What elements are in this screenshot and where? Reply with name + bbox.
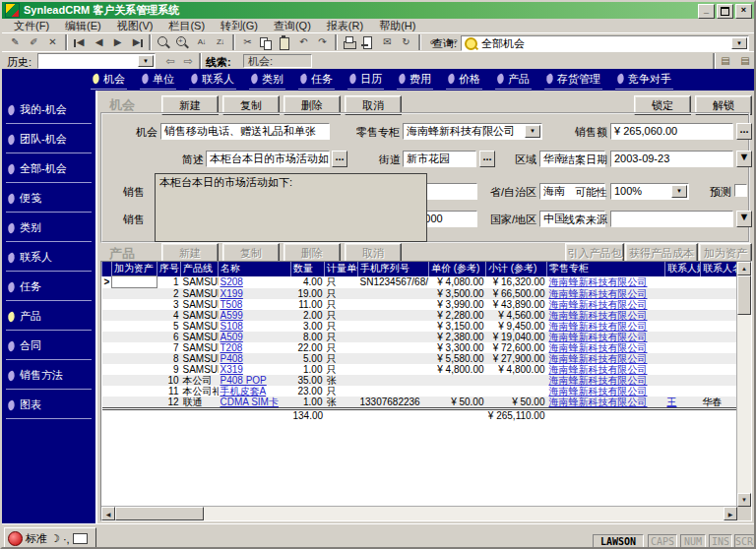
- sidebar-item-task[interactable]: 任务: [6, 274, 92, 301]
- table-row[interactable]: 9 SAMSUNG X319 1.00 只 ¥ 4,800.00 ¥ 4,800…: [102, 364, 738, 375]
- sidebar-item-my-opportunity[interactable]: 我的-机会: [6, 96, 92, 124]
- lead-source-dropdown-button[interactable]: ▼: [736, 211, 752, 227]
- sidebar-item-chart[interactable]: 图表: [6, 392, 92, 419]
- column-header[interactable]: 联系人名: [701, 262, 738, 276]
- contact-lastname-cell[interactable]: [665, 288, 701, 300]
- retail-counter-link[interactable]: 海南蜂新科技有限公司: [547, 288, 665, 300]
- asset-checkbox-cell[interactable]: [112, 332, 158, 342]
- tab-task[interactable]: 任务: [298, 71, 335, 90]
- column-header[interactable]: 计量单位: [325, 262, 358, 276]
- forecast-checkbox[interactable]: [734, 184, 747, 197]
- retail-counter-link[interactable]: 海南蜂新科技有限公司: [547, 386, 665, 396]
- product-name-link[interactable]: 手机皮套A: [219, 386, 291, 396]
- link-icon[interactable]: ▤: [736, 53, 754, 69]
- menu-item[interactable]: 查询(Q): [266, 19, 319, 33]
- contact-lastname-cell[interactable]: [665, 332, 701, 342]
- search-icon[interactable]: [155, 34, 173, 51]
- product-name-link[interactable]: X199: [219, 288, 291, 300]
- tab-inventory[interactable]: 存货管理: [544, 71, 602, 90]
- menu-item[interactable]: 转到(G): [213, 19, 266, 33]
- asset-checkbox-cell[interactable]: [112, 386, 158, 396]
- brief-input[interactable]: 本柜台本日的市场活动如下: [206, 151, 330, 167]
- table-row[interactable]: 1 SAMSUNG S208 4.00 只 SN1234567/68/ ¥ 4,…: [102, 276, 738, 288]
- scroll-left-button[interactable]: ◀: [101, 507, 115, 520]
- refresh-icon[interactable]: ↻: [397, 34, 415, 51]
- print-icon[interactable]: [341, 34, 359, 51]
- table-row[interactable]: 8 SAMSUNG P408 5.00 只 ¥ 5,580.00 ¥ 27,90…: [102, 353, 738, 364]
- product-name-link[interactable]: T508: [219, 299, 291, 310]
- contact-lastname-cell[interactable]: [665, 299, 701, 310]
- contact-lastname-cell[interactable]: [665, 364, 701, 375]
- ime-mode-icon[interactable]: [8, 531, 23, 546]
- menu-item[interactable]: 视图(V): [109, 19, 161, 33]
- menu-item[interactable]: 文件(F): [6, 19, 57, 33]
- retail-counter-link[interactable]: 海南蜂新科技有限公司: [547, 332, 665, 342]
- delete-record-icon[interactable]: ✕: [43, 34, 62, 51]
- close-button[interactable]: ×: [735, 4, 752, 19]
- last-record-icon[interactable]: ▶: [127, 34, 146, 51]
- edit-record-icon[interactable]: ✐: [25, 34, 43, 51]
- fullwidth-toggle-icon[interactable]: ☽: [50, 532, 60, 545]
- tab-opportunity[interactable]: 机会: [91, 71, 127, 90]
- column-header[interactable]: 序号: [158, 262, 181, 276]
- scroll-up-button[interactable]: ▲: [737, 262, 751, 275]
- close-date-input[interactable]: 2003-09-23: [610, 151, 733, 167]
- product-name-link[interactable]: CDMA SIM卡: [219, 396, 291, 409]
- asset-checkbox-cell[interactable]: [112, 364, 158, 375]
- history-back-button[interactable]: ⇦: [161, 53, 179, 69]
- sort-desc-icon[interactable]: Z↓: [211, 34, 229, 51]
- first-record-icon[interactable]: ◀: [71, 34, 90, 51]
- menu-item[interactable]: 编辑(E): [57, 19, 109, 33]
- sidebar-item-all-opportunity[interactable]: 全部-机会: [6, 155, 92, 183]
- redo-icon[interactable]: ↷: [313, 34, 332, 51]
- retail-counter-link[interactable]: 海南蜂新科技有限公司: [547, 364, 665, 375]
- tab-price[interactable]: 价格: [446, 71, 482, 90]
- new-record-icon[interactable]: ✎: [6, 34, 25, 51]
- contact-lastname-cell[interactable]: [665, 321, 701, 332]
- tab-company[interactable]: 单位: [140, 71, 176, 90]
- search-zoom-icon[interactable]: +: [173, 34, 192, 51]
- column-header[interactable]: 加为资产: [112, 262, 158, 276]
- contact-lastname-cell[interactable]: [665, 353, 701, 364]
- retail-counter-link[interactable]: 海南蜂新科技有限公司: [547, 353, 665, 364]
- close-date-dropdown-button[interactable]: ▼: [736, 151, 752, 167]
- tab-competitor[interactable]: 竞争对手: [615, 71, 673, 90]
- asset-checkbox-cell[interactable]: [112, 396, 158, 409]
- export-icon[interactable]: [359, 34, 378, 51]
- menu-item[interactable]: 栏目(S): [160, 19, 213, 33]
- asset-checkbox-cell[interactable]: [112, 288, 158, 300]
- column-header[interactable]: 单价 (参考): [429, 262, 486, 276]
- table-row[interactable]: 2 SAMSUNG X199 19.00 只 ¥ 3,500.00 ¥ 66,5…: [102, 288, 738, 300]
- query-dropdown-arrow[interactable]: ▼: [731, 37, 747, 49]
- retail-counter-link[interactable]: 海南蜂新科技有限公司: [547, 299, 665, 310]
- contact-lastname-cell[interactable]: 王: [665, 396, 701, 409]
- tab-category[interactable]: 类别: [249, 71, 285, 90]
- cut-icon[interactable]: ✂: [238, 34, 257, 51]
- history-forward-button[interactable]: ⇨: [179, 53, 197, 69]
- tab-calendar[interactable]: 日历: [347, 71, 384, 90]
- table-row[interactable]: 3 SAMSUNG T508 11.00 只 ¥ 3,990.00 ¥ 43,8…: [102, 299, 738, 310]
- retail-counter-link[interactable]: 海南蜂新科技有限公司: [547, 375, 665, 386]
- sidebar-item-product[interactable]: 产品: [6, 303, 92, 331]
- column-header[interactable]: 产品线: [181, 262, 219, 276]
- asset-checkbox-cell[interactable]: [112, 375, 158, 386]
- asset-checkbox-cell[interactable]: [112, 353, 158, 364]
- horizontal-scrollbar[interactable]: ◀ ▶: [101, 506, 737, 520]
- paste-icon[interactable]: [276, 34, 294, 51]
- vertical-scroll-thumb[interactable]: [737, 275, 751, 315]
- amount-ellipsis-button[interactable]: ...: [736, 123, 752, 140]
- retail-counter-link[interactable]: 海南蜂新科技有限公司: [547, 396, 665, 409]
- scroll-right-button[interactable]: ▶: [724, 507, 737, 520]
- sidebar-item-team-opportunity[interactable]: 团队-机会: [6, 126, 92, 153]
- product-copy-button[interactable]: 复制: [222, 243, 280, 263]
- asset-checkbox-cell[interactable]: [112, 299, 158, 310]
- sort-asc-icon[interactable]: A↓: [192, 34, 211, 51]
- product-new-button[interactable]: 新建: [161, 243, 219, 263]
- product-cancel-button[interactable]: 取消: [345, 243, 402, 263]
- table-row[interactable]: 11 本公司礼 手机皮套A 23.00 只 海南蜂新科技有限公司: [102, 386, 738, 396]
- tab-expense[interactable]: 费用: [397, 71, 433, 90]
- product-name-link[interactable]: S108: [219, 321, 291, 332]
- counter-combobox[interactable]: 海南蜂新科技有限公司 ▼: [403, 123, 542, 140]
- product-name-link[interactable]: P408 POP: [219, 375, 291, 386]
- contact-lastname-cell[interactable]: [665, 342, 701, 353]
